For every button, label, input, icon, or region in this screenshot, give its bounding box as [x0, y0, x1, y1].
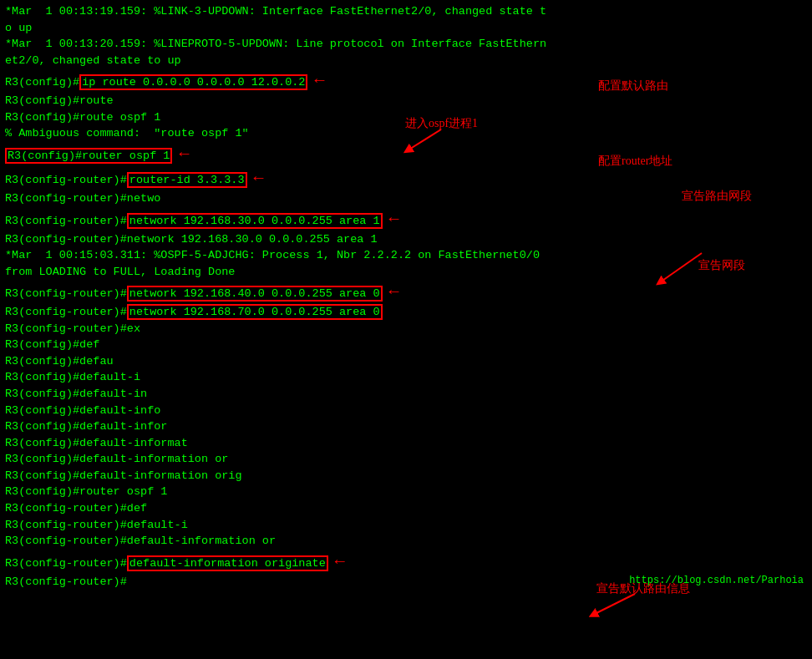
highlight-ip-route: ip route 0.0.0.0 0.0.0.0 12.0.0.2 [79, 74, 307, 90]
arrow-ospf [399, 129, 449, 155]
svg-line-2 [660, 253, 702, 282]
terminal-line: et2/0, changed state to up [5, 53, 807, 69]
terminal-line: R3(config)#router ospf 1 [5, 484, 807, 500]
highlight-router-ospf: R3(config)#router ospf 1 [5, 148, 172, 164]
svg-line-0 [408, 129, 441, 150]
terminal-line: R3(config)#default-information orig [5, 468, 807, 484]
annotation-network-announce: 宣告路由网段 [682, 188, 752, 205]
highlight-network-40: network 192.168.40.0 0.0.0.255 area 0 [127, 286, 383, 302]
terminal-line: R3(config)#default-info [5, 403, 807, 419]
terminal-line: R3(config-router)#default-information or… [5, 550, 807, 574]
terminal-line: R3(config)#defau [5, 353, 807, 370]
terminal-line: *Mar 1 00:13:20.159: %LINEPROTO-5-UPDOWN… [5, 36, 807, 53]
terminal-line: R3(config-router)#network 192.168.30.0 0… [5, 231, 807, 248]
annotation-default-route: 配置默认路由 [598, 78, 668, 94]
terminal-line: R3(config)#ip route 0.0.0.0 0.0.0.0 12.0… [5, 68, 807, 93]
terminal-line: R3(config-router)#router-id 3.3.3.3← [5, 166, 807, 190]
terminal-line: o up [5, 20, 807, 37]
terminal-line: R3(config)#default-informat [5, 435, 807, 452]
terminal-line: R3(config-router)#default-information or [5, 533, 807, 550]
arrow-default-info [585, 590, 643, 623]
svg-line-4 [593, 594, 635, 615]
terminal-line: R3(config)#default-information or [5, 451, 807, 468]
terminal-line: R3(config-router)#network 192.168.30.0 0… [5, 207, 807, 231]
terminal-line: R3(config)#default-i [5, 369, 807, 386]
terminal-line: R3(config)#default-infor [5, 418, 807, 435]
terminal-line: R3(config)#def [5, 337, 807, 353]
highlight-default-info-originate: default-information originate [127, 555, 328, 571]
terminal-line: R3(config-router)#network 192.168.70.0 0… [5, 304, 807, 321]
terminal-line: R3(config-router)#ex [5, 321, 807, 337]
terminal-line: R3(config)#default-in [5, 386, 807, 403]
terminal-line: R3(config-router)#default-i [5, 517, 807, 534]
terminal-line: R3(config)#route [5, 93, 807, 109]
arrow-network-segment [652, 249, 706, 291]
terminal-line: R3(config-router)#def [5, 500, 807, 517]
annotation-router-id: 配置router地址 [598, 153, 672, 170]
highlight-router-id: router-id 3.3.3.3 [127, 172, 247, 188]
highlight-network-30: network 192.168.30.0 0.0.0.255 area 1 [127, 213, 383, 229]
highlight-network-70: network 192.168.70.0 0.0.0.255 area 0 [127, 304, 383, 320]
url-text: https://blog.csdn.net/Parhoia [629, 574, 804, 588]
terminal-line: *Mar 1 00:13:19.159: %LINK-3-UPDOWN: Int… [5, 3, 807, 20]
terminal-window: *Mar 1 00:13:19.159: %LINK-3-UPDOWN: Int… [0, 0, 812, 593]
